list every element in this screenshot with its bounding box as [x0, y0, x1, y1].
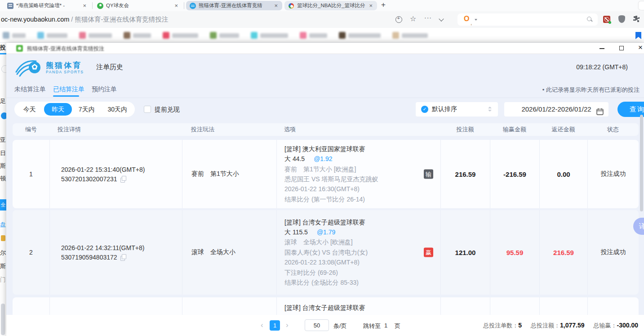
tab-settled-active[interactable]: 已结算注单 [53, 85, 84, 94]
panda-sports-logo: 熊猫体育 PANDA SPORTS [15, 58, 84, 77]
bookmark-label [348, 33, 381, 38]
new-tab-button[interactable]: + [381, 0, 386, 9]
bet-detail-cell: 2026-01-22 14:32:11(GMT+8) 5307190594803… [49, 210, 182, 295]
maximize-icon[interactable] [619, 46, 624, 50]
bookmark-favicon [300, 32, 306, 39]
bookmark-label [260, 33, 288, 38]
share-icon[interactable] [395, 16, 402, 23]
bet-history-window: 熊猫体育-亚洲在线体育竞猜投注 × 熊猫体育 PANDA SPORTS [6, 43, 644, 336]
stake-amount: 216.59 [440, 140, 490, 208]
match-line: 国泰人寿(女) VS 台湾电力(女) [284, 247, 440, 257]
tab-close-icon[interactable]: × [82, 2, 87, 9]
bookmark-item[interactable] [300, 32, 327, 39]
payout-amount: 0.00 [539, 140, 587, 208]
bet-time: 2026-01-22 15:31:40(GMT+8) [61, 166, 182, 173]
bookmark-label [47, 33, 67, 38]
close-icon[interactable]: × [638, 43, 643, 52]
chevron-down-icon[interactable] [439, 16, 444, 21]
calendar-icon[interactable] [596, 106, 604, 120]
browser-tab-2[interactable]: QY球友会 × [93, 0, 182, 11]
bookmark-star-icon[interactable]: ☆ [410, 14, 416, 23]
browser-tab-1[interactable]: *海燕策略研究論壇* - × [4, 0, 91, 11]
pill-7days[interactable]: 7天内 [73, 103, 101, 116]
bookmark-item[interactable] [210, 32, 239, 39]
bookmark-item[interactable] [392, 32, 428, 39]
browser-tab-4[interactable]: 篮球比分_NBA比分_篮球比分 × [284, 1, 377, 10]
underlay-text: 盘 [0, 221, 6, 229]
tab-close-icon[interactable]: × [273, 2, 279, 9]
tab-unsettled[interactable]: 未结算注单 [14, 85, 46, 94]
pagination-current-page[interactable]: 1 [270, 320, 280, 331]
tab4-favicon-basketball-icon [288, 3, 294, 9]
tab-reserved[interactable]: 预约注单 [92, 85, 117, 94]
selection-pick: 大 115.5 [284, 228, 308, 236]
brand-text: 熊猫体育 PANDA SPORTS [46, 61, 84, 74]
match-time-line: 2026-01-22 16:30(GMT+8) [284, 184, 440, 194]
total-winloss: 总输赢：-300.00 [594, 322, 638, 330]
play-type-cell: 赛前 第1节大小 [182, 140, 276, 208]
bookmark-label [89, 33, 112, 38]
browser-search-box[interactable]: O , [457, 13, 598, 26]
col-header-selection: 选项 [276, 123, 440, 136]
bookmark-item[interactable] [251, 32, 288, 39]
col-header-play: 投注玩法 [182, 123, 276, 136]
league-name: [篮球] 台湾女子超级篮球联赛 [284, 217, 440, 227]
shield-extension-icon[interactable] [618, 15, 625, 23]
search-icon[interactable] [587, 17, 591, 21]
market-line: 滚球 全场大小 [欧洲盘] [284, 237, 440, 247]
tab-close-icon[interactable]: × [368, 2, 373, 9]
bookmark-item[interactable] [124, 32, 151, 39]
total-stake: 总投注额：1,077.59 [531, 322, 585, 330]
copy-icon[interactable] [120, 176, 126, 182]
selection-cell: [篮球] 台湾女子超级篮球联赛 大 115.5@1.79 滚球 全场大小 [欧洲… [276, 210, 440, 295]
bookmark-blue-icon[interactable] [635, 32, 641, 39]
url-field[interactable]: oc-new.youbaokun.com / 熊猫体育-亚洲在线体育竞猜投注 [1, 15, 168, 24]
underlay-blue-dot [1, 112, 6, 119]
col-header-stake: 投注额 [440, 123, 490, 136]
league-name: [篮球] 台湾女子超级篮球联赛 [284, 303, 440, 313]
pill-30days[interactable]: 30天内 [101, 103, 133, 116]
jump-page-value[interactable]: 1 [384, 322, 387, 329]
url-domain: oc-new.youbaokun.com [1, 16, 69, 23]
winloss-amount: -216.59 [490, 140, 539, 208]
table-footer: ‹ 1 › 条/页 跳转至 1 页 总投注单数：5 总投注额：1,077.59 … [6, 315, 644, 336]
bookmark-favicon [339, 32, 346, 39]
pill-yesterday-active[interactable]: 昨天 [44, 103, 72, 116]
table-header-row: 编号 投注详情 投注玩法 选项 投注额 输赢金额 返还金额 状态 [13, 123, 639, 136]
query-button[interactable]: 查询 [617, 102, 644, 117]
bookmark-item[interactable] [3, 32, 26, 39]
more-actions-icon[interactable]: ··· [424, 14, 432, 21]
date-range-input[interactable]: 2026/01/22-2026/01/22 [504, 102, 608, 116]
window-corner-control[interactable] [639, 1, 644, 10]
sort-select[interactable]: ✓ 默认排序 [416, 102, 498, 116]
page-size-input[interactable] [305, 319, 329, 331]
bookmark-label [309, 33, 327, 38]
active-tab-underline [53, 95, 79, 97]
extensions-puzzle-icon[interactable] [633, 15, 640, 24]
early-cashout-checkbox[interactable] [144, 106, 151, 113]
bookmark-favicon [251, 32, 258, 39]
copy-icon[interactable] [120, 254, 126, 260]
early-cashout-label: 提前兑现 [155, 106, 180, 114]
bet-history-table: 编号 投注详情 投注玩法 选项 投注额 输赢金额 返还金额 状态 1 2026-… [13, 123, 639, 336]
bet-status: 投注成功 [587, 210, 639, 295]
scrollbar-thumb[interactable] [640, 115, 643, 211]
adblocker-icon[interactable] [603, 16, 610, 23]
pill-today[interactable]: 今天 [16, 103, 44, 116]
bookmark-item[interactable] [79, 32, 112, 39]
bookmark-item[interactable] [37, 32, 67, 39]
minimize-icon[interactable] [600, 48, 604, 49]
bookmark-item[interactable] [163, 32, 198, 39]
search-engine-dropdown-icon[interactable] [475, 19, 477, 21]
app-header: 熊猫体育 PANDA SPORTS 注单历史 09:18:22 (GMT+8) [6, 54, 644, 81]
market-line: 赛前 第1节大小 [欧洲盘] [284, 164, 440, 174]
bookmark-item[interactable] [339, 32, 381, 39]
underlay-text: 斯 [0, 262, 6, 270]
col-header-winloss: 输赢金额 [490, 123, 539, 136]
pagination-prev-icon[interactable]: ‹ [261, 321, 263, 330]
pagination-next-icon[interactable]: › [286, 321, 289, 330]
browser-tab-3-active[interactable]: 熊猫体育-亚洲在线体育竞猜 × [186, 1, 282, 10]
bookmark-label [133, 33, 151, 38]
tab-close-icon[interactable]: × [173, 2, 179, 9]
col-header-status: 状态 [587, 123, 639, 136]
